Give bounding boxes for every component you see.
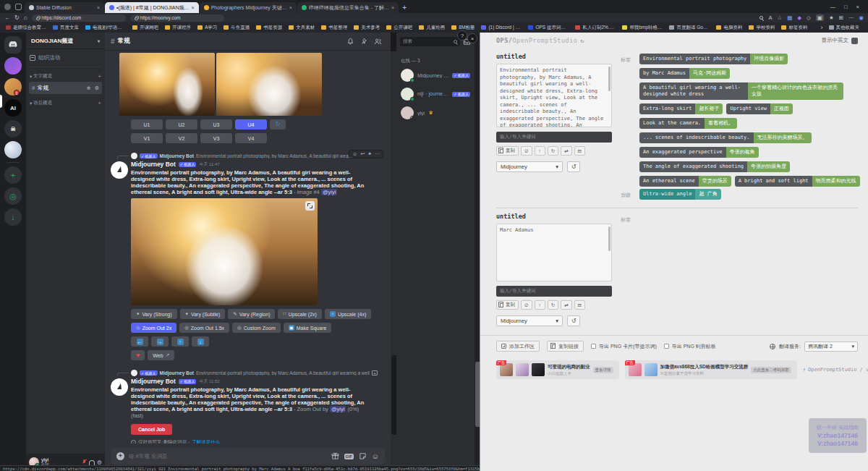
server-header[interactable]: DONGJIAN频道 ▾ [26, 33, 105, 49]
member-row[interactable]: niji・journey … ✓ 机器人 [396, 85, 475, 103]
server-icon[interactable]: AI [4, 99, 22, 116]
pan-arrow-button[interactable]: → [151, 336, 169, 347]
upscaled-image[interactable] [131, 198, 318, 305]
tool-button[interactable]: ↻ [548, 146, 558, 156]
bookmark-item[interactable]: A学习 [197, 25, 217, 31]
server-icon[interactable]: ☠ [4, 120, 22, 137]
tab-layout-icon[interactable] [15, 4, 22, 10]
minimize-button[interactable]: — [830, 4, 836, 10]
toolbar-icon[interactable]: ▣ [816, 14, 824, 21]
vary-upscale-button[interactable]: ✎Vary (Region) [228, 309, 275, 319]
bookmark-item[interactable]: 书签整理 [321, 25, 347, 31]
maximize-button[interactable]: □ [844, 4, 848, 10]
bookmarks-overflow-chevron[interactable]: › [821, 24, 823, 31]
prompt-tag[interactable]: An exaggerated perspective 夸张的视角 [639, 147, 759, 158]
member-row[interactable]: Midjourney Bot ✓ 机器人 [396, 66, 475, 85]
prompt-tag[interactable]: An ethereal scene 空灵的场景 [639, 176, 731, 187]
tool-button[interactable]: ⊟ [574, 146, 585, 156]
toolbar-icon[interactable]: ◇ [807, 14, 811, 21]
channel-settings-icon[interactable]: ⚙ [95, 85, 99, 91]
gift-icon[interactable] [331, 452, 339, 460]
tab-close-icon[interactable]: × [97, 5, 100, 10]
bookmark-item[interactable]: 百度文库 [53, 25, 79, 31]
ad-banner[interactable]: 广告 加微信avx868拉入SD绘画模型学习交流群 不定期分享干货学习资料 点此… [625, 360, 797, 379]
member-list-icon[interactable] [374, 38, 382, 46]
sticker-icon[interactable] [359, 452, 367, 460]
cancel-job-button[interactable]: Cancel Job [131, 424, 172, 435]
vary-upscale-button[interactable]: ✦Vary (Strong) [131, 309, 177, 319]
browser-tab[interactable]: Stable Diffusion × [25, 2, 104, 13]
browser-page-scrollbar[interactable] [475, 33, 480, 471]
server-icon[interactable] [4, 141, 22, 158]
copy-link-button[interactable]: 复制链接 [547, 341, 584, 352]
bookmark-item[interactable]: 文具素材 [289, 25, 315, 31]
translate-service-select[interactable]: 腾讯翻译 2 ▾ [804, 341, 858, 352]
toolbar-icon[interactable]: ◉ [859, 14, 864, 21]
browser-tab[interactable]: Photographers Midjourney 关键… × [200, 2, 297, 13]
invite-people-icon[interactable]: ⊕ [87, 85, 91, 91]
toolbar-icon[interactable]: ★ [829, 14, 834, 21]
pan-arrow-button[interactable]: ↑ [171, 336, 189, 347]
copy-button[interactable]: 复制 [496, 300, 519, 310]
events-entry[interactable]: 组织活动 [30, 54, 101, 61]
expand-image-icon[interactable] [305, 201, 315, 211]
bookmark-item[interactable]: 美术参考 [354, 25, 380, 31]
reload-button[interactable]: ↻ [14, 14, 20, 21]
toolbar-icon[interactable]: ⊞ [839, 14, 843, 21]
variation-button[interactable]: V2 [166, 133, 197, 143]
server-icon[interactable]: 1 [4, 78, 22, 96]
bookmark-item[interactable]: 百度翻译 Google… [669, 25, 710, 31]
gif-picker-icon[interactable]: GIF [344, 454, 354, 459]
server-icon[interactable] [4, 57, 22, 75]
vary-upscale-button[interactable]: ✦Vary (Subtle) [180, 309, 226, 319]
toolbar-icon[interactable]: A [768, 14, 772, 21]
history-button[interactable]: ↺ [567, 315, 580, 326]
category-text-channels[interactable]: ▾ 文字频道 + [30, 73, 101, 80]
vary-upscale-button[interactable]: ∷Upscale (2x) [278, 309, 321, 319]
bookmark-item[interactable]: (1) Discord | #常规 |… [481, 25, 522, 31]
tool-button[interactable]: ⇄ [561, 300, 571, 310]
reroll-button[interactable]: ↻ [270, 119, 286, 130]
prompt-tag[interactable]: by Marc Adamus 马克·阿达姆斯 [639, 68, 730, 79]
new-tab-button[interactable]: + [402, 4, 407, 12]
address-bar-right[interactable]: https://moonvy.com [130, 14, 224, 22]
create-channel-icon[interactable]: + [98, 100, 101, 106]
message-input[interactable]: + 给 #常规 发消息 GIF ☺ [111, 448, 385, 464]
variation-button[interactable]: V3 [200, 133, 232, 143]
prompt-tag[interactable]: Upright view 正视图 [726, 103, 793, 114]
download-apps-button[interactable]: ↓ [4, 208, 22, 226]
tab-close-icon[interactable]: × [391, 5, 394, 10]
chat-scrollbar[interactable] [391, 51, 396, 471]
bot-avatar[interactable] [111, 378, 128, 396]
export-png-clipboard-checkbox[interactable]: 导出 PNG 到剪贴板 [664, 343, 716, 350]
zoom-button[interactable]: ◎Zoom Out 1.5x [179, 323, 229, 333]
engine-select[interactable]: Midjourney ▾ [496, 161, 563, 172]
reply-reference[interactable]: ✓ 机器人 Midjourney Bot Environmental portr… [105, 153, 391, 159]
tool-button[interactable]: ⇄ [561, 146, 571, 156]
emoji-picker-icon[interactable]: ☺ [372, 452, 379, 460]
pan-arrow-button[interactable]: ↓ [192, 336, 209, 347]
generated-image[interactable] [119, 53, 215, 116]
copy-button[interactable]: 复制 [496, 146, 519, 156]
discord-home-button[interactable] [4, 36, 22, 54]
variation-button[interactable]: V1 [131, 133, 163, 143]
pan-arrow-button[interactable]: ← [131, 336, 148, 347]
bookmark-item[interactable]: 电脑资料 [716, 25, 742, 31]
tool-button[interactable]: ⊟ [574, 300, 585, 310]
prompt-tag[interactable]: ... scenes of indescribable beauty. 无法形容… [639, 132, 812, 143]
learn-more-link[interactable]: 了解这是什么 [192, 439, 220, 444]
toolbar-icon[interactable]: ☆ [777, 14, 782, 21]
back-button[interactable]: ← [4, 14, 10, 21]
home-button[interactable]: ⌂ [24, 14, 27, 21]
bookmark-item[interactable]: 老牌综合教育网M… [6, 25, 46, 31]
tool-button[interactable]: ↑ [535, 146, 545, 156]
bilingual-toggle[interactable]: 显示中英文 [822, 37, 859, 44]
channel-item-general[interactable]: # 常规 ⊕ ⚙ [29, 82, 102, 94]
close-floating-button[interactable]: × [467, 33, 477, 43]
headphones-icon[interactable] [89, 460, 95, 465]
upscale-button[interactable]: U4 [235, 119, 267, 130]
profile-icon[interactable] [4, 4, 11, 10]
address-bar-left[interactable]: https://discord.com [32, 14, 126, 22]
bookmark-item[interactable]: 帮我bmp转格式什… [622, 25, 663, 31]
prompt-textarea[interactable]: Environmental portrait photography, by M… [496, 64, 612, 127]
